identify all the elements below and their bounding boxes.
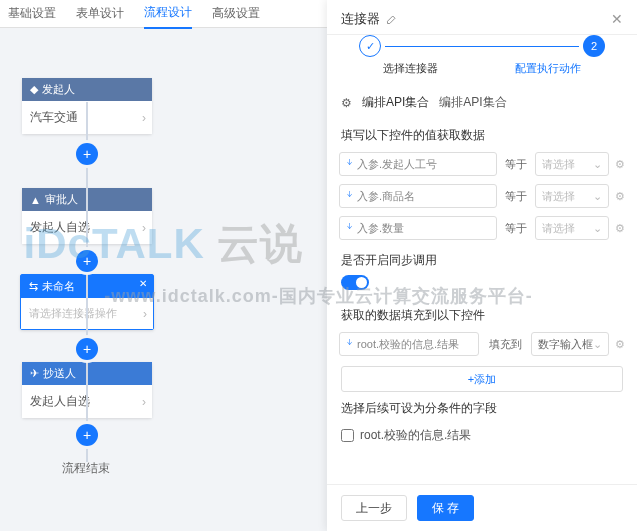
node-title: 审批人: [45, 192, 78, 207]
param-select[interactable]: 请选择⌄: [535, 184, 609, 208]
gear-icon[interactable]: ⚙: [615, 158, 625, 171]
api-set-label: 编排API集合: [362, 94, 429, 111]
bulb-icon: ᛎ: [346, 337, 353, 351]
fillback-dst-select[interactable]: 数字输入框⌄: [531, 332, 609, 356]
close-panel-button[interactable]: ✕: [611, 11, 623, 27]
link-icon: ⇆: [29, 280, 38, 293]
bulb-icon: ᛎ: [346, 157, 353, 171]
fill-params-label: 填写以下控件的值获取数据: [341, 127, 623, 144]
flow-end-label: 流程结束: [62, 460, 110, 477]
tab-advanced[interactable]: 高级设置: [212, 0, 260, 28]
panel-title: 连接器: [341, 10, 398, 28]
gear-icon[interactable]: ⚙: [615, 338, 625, 351]
step-2-icon: 2: [583, 35, 605, 57]
param-input[interactable]: ᛎ入参.发起人工号: [339, 152, 497, 176]
sync-label: 是否开启同步调用: [341, 252, 623, 269]
add-node-button[interactable]: +: [76, 143, 98, 165]
param-select[interactable]: 请选择⌄: [535, 216, 609, 240]
close-icon[interactable]: ✕: [139, 278, 147, 289]
branch-option-text: root.校验的信息.结果: [360, 427, 471, 444]
step-1-label[interactable]: 选择连接器: [383, 61, 438, 76]
node-body: 汽车交通: [30, 109, 78, 126]
node-title: 抄送人: [43, 366, 76, 381]
add-fillback-button[interactable]: +添加: [341, 366, 623, 392]
equals-label: 等于: [503, 221, 529, 236]
param-row: ᛎ入参.商品名 等于 请选择⌄ ⚙: [327, 180, 637, 212]
tab-form[interactable]: 表单设计: [76, 0, 124, 28]
branch-option[interactable]: root.校验的信息.结果: [327, 421, 637, 450]
flow-canvas[interactable]: ◆发起人 汽车交通› + ▲审批人 发起人自选› + ⇆未命名✕ 请选择连接器操…: [0, 28, 327, 531]
send-icon: ✈: [30, 367, 39, 380]
node-body: 发起人自选: [30, 219, 90, 236]
tab-flow[interactable]: 流程设计: [144, 0, 192, 29]
node-placeholder: 请选择连接器操作: [29, 306, 117, 321]
bulb-icon: ᛎ: [346, 189, 353, 203]
gear-icon[interactable]: ⚙: [615, 222, 625, 235]
node-title: 发起人: [42, 82, 75, 97]
save-button[interactable]: 保 存: [417, 495, 474, 521]
chevron-down-icon: ⌄: [593, 222, 602, 235]
chevron-right-icon: ›: [143, 307, 147, 321]
user-icon: ◆: [30, 83, 38, 96]
param-row: ᛎ入参.数量 等于 请选择⌄ ⚙: [327, 212, 637, 244]
add-node-button[interactable]: +: [76, 424, 98, 446]
bulb-icon: ᛎ: [346, 221, 353, 235]
fillto-label: 填充到: [485, 337, 525, 352]
chevron-right-icon: ›: [142, 111, 146, 125]
panel-footer: 上一步 保 存: [327, 484, 637, 531]
chevron-right-icon: ›: [142, 221, 146, 235]
node-title: 未命名: [42, 279, 75, 294]
step-1-icon: ✓: [359, 35, 381, 57]
step-2-label[interactable]: 配置执行动作: [515, 61, 581, 76]
tab-basic[interactable]: 基础设置: [8, 0, 56, 28]
setting-icon: ⚙: [341, 96, 352, 110]
user-icon: ▲: [30, 194, 41, 206]
param-row: ᛎ入参.发起人工号 等于 请选择⌄ ⚙: [327, 148, 637, 180]
fillback-row: ᛎroot.校验的信息.结果 填充到 数字输入框⌄ ⚙: [327, 328, 637, 360]
add-node-button[interactable]: +: [76, 338, 98, 360]
gear-icon[interactable]: ⚙: [615, 190, 625, 203]
chevron-down-icon: ⌄: [593, 338, 602, 351]
node-body: 发起人自选: [30, 393, 90, 410]
step-indicator: ✓ 2: [327, 35, 637, 57]
equals-label: 等于: [503, 157, 529, 172]
fillback-src-input[interactable]: ᛎroot.校验的信息.结果: [339, 332, 479, 356]
sync-toggle[interactable]: [341, 275, 369, 290]
chevron-down-icon: ⌄: [593, 158, 602, 171]
side-panel: 连接器 ✕ ✓ 2 选择连接器 配置执行动作 ⚙ 编排API集合 编排API集合…: [327, 0, 637, 531]
chevron-down-icon: ⌄: [593, 190, 602, 203]
chevron-right-icon: ›: [142, 395, 146, 409]
api-set-edit-link[interactable]: 编排API集合: [439, 94, 506, 111]
param-input[interactable]: ᛎ入参.商品名: [339, 184, 497, 208]
equals-label: 等于: [503, 189, 529, 204]
branch-label: 选择后续可设为分条件的字段: [341, 400, 623, 417]
param-input[interactable]: ᛎ入参.数量: [339, 216, 497, 240]
prev-button[interactable]: 上一步: [341, 495, 407, 521]
add-node-button[interactable]: +: [76, 250, 98, 272]
edit-icon[interactable]: [386, 13, 398, 25]
branch-checkbox[interactable]: [341, 429, 354, 442]
fillback-label: 获取的数据填充到以下控件: [341, 307, 623, 324]
param-select[interactable]: 请选择⌄: [535, 152, 609, 176]
